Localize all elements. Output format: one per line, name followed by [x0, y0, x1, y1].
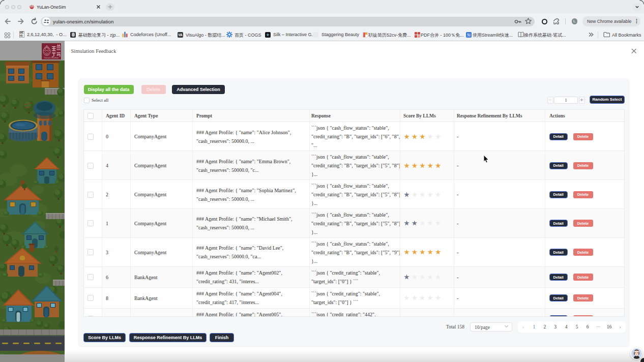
svg-text:YuLan-OneSim: YuLan-OneSim [44, 56, 59, 58]
